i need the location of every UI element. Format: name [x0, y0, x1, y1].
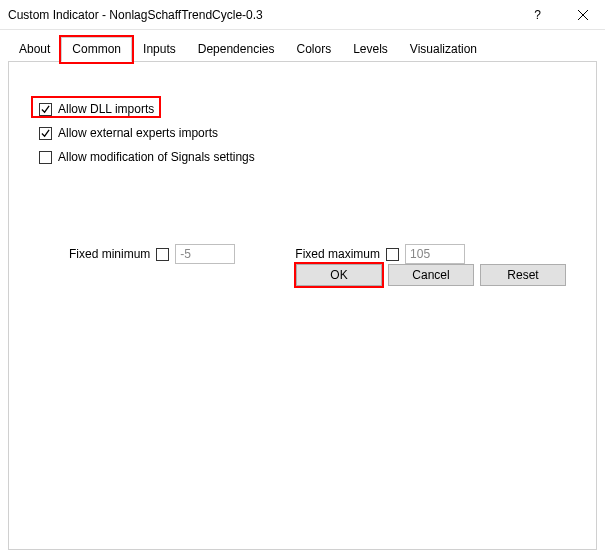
- tab-levels[interactable]: Levels: [342, 37, 399, 62]
- tab-inputs[interactable]: Inputs: [132, 37, 187, 62]
- fixed-max-checkbox[interactable]: [386, 248, 399, 261]
- fixed-min-label: Fixed minimum: [69, 247, 150, 261]
- allow-experts-label: Allow external experts imports: [58, 126, 218, 140]
- window-title: Custom Indicator - NonlagSchaffTrendCycl…: [8, 8, 515, 22]
- tab-label: Levels: [353, 42, 388, 56]
- allow-dll-row: Allow DLL imports: [39, 102, 566, 116]
- tab-strip: About Common Inputs Dependencies Colors …: [8, 36, 597, 61]
- fixed-min-checkbox[interactable]: [156, 248, 169, 261]
- tab-about[interactable]: About: [8, 37, 61, 62]
- ok-button[interactable]: OK: [296, 264, 382, 286]
- client-area: About Common Inputs Dependencies Colors …: [0, 30, 605, 558]
- allow-signals-checkbox[interactable]: [39, 151, 52, 164]
- fixed-min-group: Fixed minimum -5: [69, 244, 235, 264]
- cancel-label: Cancel: [412, 268, 449, 282]
- tab-panel-common: Allow DLL imports Allow external experts…: [8, 61, 597, 550]
- tab-dependencies[interactable]: Dependencies: [187, 37, 286, 62]
- tab-visualization[interactable]: Visualization: [399, 37, 488, 62]
- fixed-max-value: 105: [410, 247, 430, 261]
- allow-signals-row: Allow modification of Signals settings: [39, 150, 566, 164]
- titlebar: Custom Indicator - NonlagSchaffTrendCycl…: [0, 0, 605, 30]
- cancel-button[interactable]: Cancel: [388, 264, 474, 286]
- fixed-max-group: Fixed maximum 105: [295, 244, 465, 264]
- ok-label: OK: [330, 268, 347, 282]
- help-button[interactable]: ?: [515, 0, 560, 30]
- allow-dll-checkbox[interactable]: [39, 103, 52, 116]
- tab-colors[interactable]: Colors: [285, 37, 342, 62]
- reset-button[interactable]: Reset: [480, 264, 566, 286]
- allow-experts-checkbox[interactable]: [39, 127, 52, 140]
- tab-label: Colors: [296, 42, 331, 56]
- close-button[interactable]: [560, 0, 605, 30]
- fixed-row: Fixed minimum -5 Fixed maximum 105: [39, 244, 566, 264]
- tab-label: Common: [72, 42, 121, 56]
- reset-label: Reset: [507, 268, 538, 282]
- tab-label: Dependencies: [198, 42, 275, 56]
- allow-experts-row: Allow external experts imports: [39, 126, 566, 140]
- allow-signals-label: Allow modification of Signals settings: [58, 150, 255, 164]
- fixed-min-value: -5: [180, 247, 191, 261]
- fixed-min-input[interactable]: -5: [175, 244, 235, 264]
- fixed-max-label: Fixed maximum: [295, 247, 380, 261]
- tab-label: Inputs: [143, 42, 176, 56]
- tab-label: About: [19, 42, 50, 56]
- close-icon: [578, 10, 588, 20]
- tab-label: Visualization: [410, 42, 477, 56]
- checkmark-icon: [41, 105, 50, 114]
- tab-common[interactable]: Common: [61, 37, 132, 62]
- dialog-buttons: OK Cancel Reset: [39, 264, 566, 286]
- checkmark-icon: [41, 129, 50, 138]
- fixed-max-input[interactable]: 105: [405, 244, 465, 264]
- allow-dll-label: Allow DLL imports: [58, 102, 154, 116]
